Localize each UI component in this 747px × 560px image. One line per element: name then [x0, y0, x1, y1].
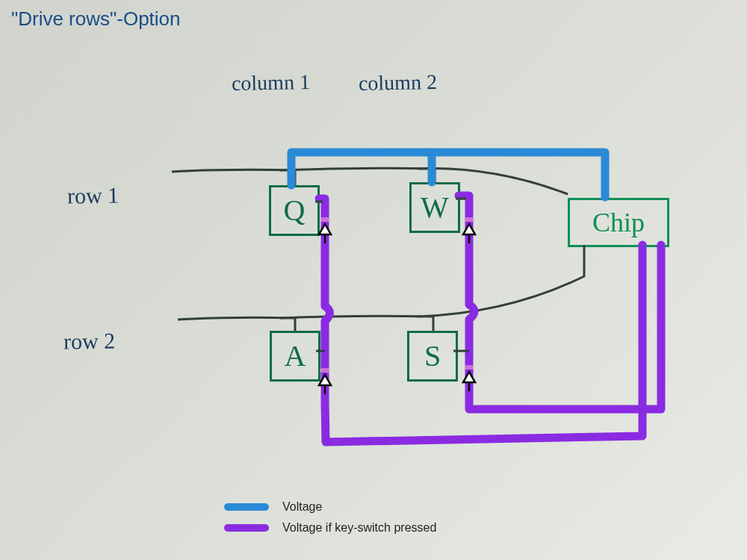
legend-label-voltage: Voltage	[282, 500, 322, 514]
legend-swatch-voltage-pressed	[224, 524, 269, 532]
key-a: A	[270, 331, 320, 382]
legend-voltage: Voltage	[224, 500, 436, 514]
legend-voltage-pressed: Voltage if key-switch pressed	[224, 521, 436, 535]
legend-swatch-voltage	[224, 503, 269, 511]
chip-box: Chip	[568, 198, 669, 247]
key-w: W	[409, 182, 460, 233]
row-1-label: row 1	[67, 182, 120, 208]
key-q: Q	[269, 185, 320, 236]
column-2-label: column 2	[359, 70, 438, 96]
page-title: "Drive rows"-Option	[11, 7, 181, 31]
column-1-label: column 1	[232, 70, 311, 96]
legend-label-voltage-pressed: Voltage if key-switch pressed	[282, 521, 436, 535]
row-2-label: row 2	[63, 328, 116, 354]
legend: Voltage Voltage if key-switch pressed	[224, 500, 436, 542]
key-s: S	[407, 331, 458, 382]
